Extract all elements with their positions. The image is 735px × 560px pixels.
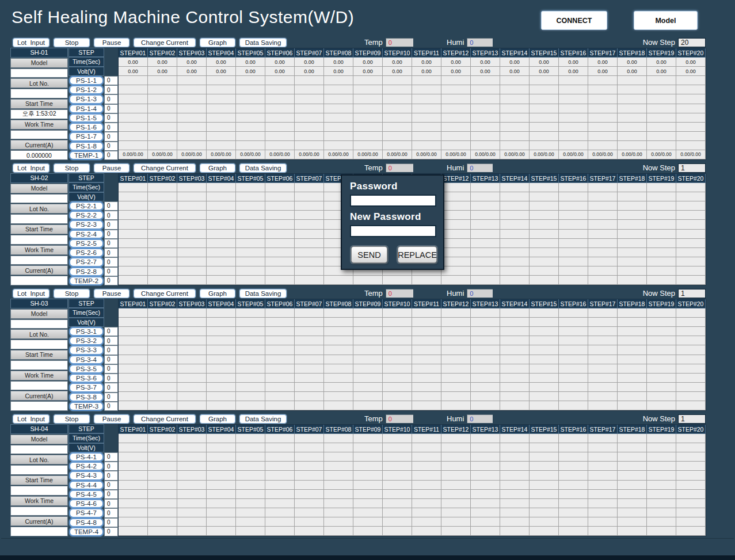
ps-button[interactable]: PS-1-7 (69, 132, 104, 141)
ps-button[interactable]: PS-4-6 (69, 499, 104, 508)
data-saving-button[interactable]: Data Saving (239, 38, 287, 47)
temp-sensor-button[interactable]: TEMP-3 (69, 402, 104, 411)
lot-input-button[interactable]: Lot Input (13, 38, 49, 47)
ps-button[interactable]: PS-4-4 (69, 481, 104, 490)
ps-button[interactable]: PS-2-5 (69, 239, 104, 248)
temp-sensor-button[interactable]: TEMP-2 (69, 276, 104, 285)
ps-button[interactable]: PS-3-3 (69, 345, 104, 355)
grid-cell (207, 239, 236, 248)
volt-value-cell (177, 443, 207, 452)
lot-input-button[interactable]: Lot Input (13, 414, 49, 424)
now-step-label: Now Step (643, 163, 675, 172)
graph-button[interactable]: Graph (200, 289, 235, 298)
change-current-button[interactable]: Change Current (134, 289, 196, 298)
ps-button[interactable]: PS-4-3 (69, 471, 104, 480)
grid-cell (676, 471, 706, 480)
grid-cell (236, 508, 265, 517)
volt-value-cell (676, 192, 706, 201)
grid-cell (148, 201, 177, 211)
graph-button[interactable]: Graph (200, 163, 235, 173)
stop-button[interactable]: Stop (54, 163, 90, 173)
lot-no-value (10, 340, 68, 349)
ps-value-box: 0 (104, 257, 118, 266)
ps-button[interactable]: PS-3-2 (69, 336, 104, 345)
ps-button[interactable]: PS-3-4 (69, 355, 104, 364)
ps-button[interactable]: PS-4-1 (69, 452, 104, 462)
work-time-label: Work Time (10, 371, 68, 380)
password-input[interactable] (350, 195, 436, 207)
ps-button[interactable]: PS-1-8 (69, 142, 104, 151)
model-button[interactable]: Model (634, 11, 698, 30)
ps-button[interactable]: PS-1-1 (69, 76, 104, 85)
ps-button[interactable]: PS-1-4 (69, 104, 104, 113)
ps-button[interactable]: PS-2-8 (69, 267, 104, 276)
step-header-cell: STEP#08 (324, 48, 353, 58)
lot-input-button[interactable]: Lot Input (13, 289, 49, 298)
ps-button[interactable]: PS-4-5 (69, 490, 104, 499)
grid-cell (647, 104, 676, 113)
grid-cell (588, 239, 618, 248)
ps-button[interactable]: PS-3-5 (69, 364, 104, 374)
grid-cell (353, 452, 383, 462)
ps-button[interactable]: PS-4-8 (69, 518, 104, 527)
stop-button[interactable]: Stop (54, 38, 90, 47)
step-header-cell: STEP#02 (148, 48, 177, 58)
data-saving-button[interactable]: Data Saving (239, 414, 287, 424)
grid-cell (530, 355, 559, 364)
change-current-button[interactable]: Change Current (134, 414, 196, 424)
volt-value-cell: 0.00 (353, 67, 383, 76)
data-saving-button[interactable]: Data Saving (239, 163, 287, 173)
temp-sensor-button[interactable]: TEMP-4 (69, 527, 104, 536)
ps-button[interactable]: PS-3-8 (69, 393, 104, 402)
step-column: STEPTime(Sec)Volt(V)PS-3-1PS-3-2PS-3-3PS… (68, 299, 104, 411)
stop-button[interactable]: Stop (54, 289, 90, 298)
ps-button[interactable]: PS-1-2 (69, 85, 104, 94)
new-password-input[interactable] (350, 225, 436, 237)
grid-cell (441, 76, 471, 85)
pause-button[interactable]: Pause (94, 289, 130, 298)
grid-cell (500, 104, 530, 113)
lot-input-button[interactable]: Lot Input (13, 163, 49, 173)
grid-cell (676, 508, 706, 517)
pause-button[interactable]: Pause (94, 38, 130, 47)
pause-button[interactable]: Pause (94, 414, 130, 424)
ps-button[interactable]: PS-2-1 (69, 201, 104, 211)
ps-button[interactable]: PS-1-3 (69, 94, 104, 104)
ps-button[interactable]: PS-2-6 (69, 248, 104, 257)
data-saving-button[interactable]: Data Saving (239, 289, 287, 298)
replace-button[interactable]: REPLACE (398, 246, 437, 263)
ps-button[interactable]: PS-2-2 (69, 211, 104, 220)
pause-button[interactable]: Pause (94, 163, 130, 173)
temp-value-cell (559, 527, 588, 536)
grid-cell (559, 517, 588, 527)
ps-button[interactable]: PS-2-7 (69, 257, 104, 266)
grid-cell (530, 123, 559, 132)
stop-button[interactable]: Stop (54, 414, 90, 424)
grid-cell (383, 345, 412, 355)
temp-value-cell: 0.00/0.00 (148, 150, 177, 159)
time-value-cell (647, 434, 676, 443)
ps-button[interactable]: PS-4-7 (69, 508, 104, 517)
volt-value-cell (530, 443, 559, 452)
grid-cell (265, 132, 295, 141)
ps-button[interactable]: PS-2-4 (69, 230, 104, 239)
send-button[interactable]: SEND (351, 246, 387, 263)
ps-button[interactable]: PS-4-2 (69, 462, 104, 471)
ps-button[interactable]: PS-1-5 (69, 113, 104, 123)
grid-cell (324, 132, 353, 141)
grid-cell (676, 211, 706, 220)
ps-button[interactable]: PS-2-3 (69, 220, 104, 229)
temp-label: Temp (364, 289, 383, 298)
graph-button[interactable]: Graph (200, 414, 235, 424)
ps-button[interactable]: PS-3-7 (69, 383, 104, 392)
temp-sensor-button[interactable]: TEMP-1 (69, 151, 104, 160)
change-current-button[interactable]: Change Current (134, 163, 196, 173)
graph-button[interactable]: Graph (200, 38, 235, 47)
ps-button[interactable]: PS-1-6 (69, 123, 104, 132)
ps-button[interactable]: PS-3-6 (69, 374, 104, 383)
humi-group: Humi0 (447, 163, 493, 173)
ps-button[interactable]: PS-3-1 (69, 327, 104, 336)
connect-button[interactable]: CONNECT (541, 11, 607, 30)
grid-cell (441, 392, 471, 401)
change-current-button[interactable]: Change Current (134, 38, 196, 47)
